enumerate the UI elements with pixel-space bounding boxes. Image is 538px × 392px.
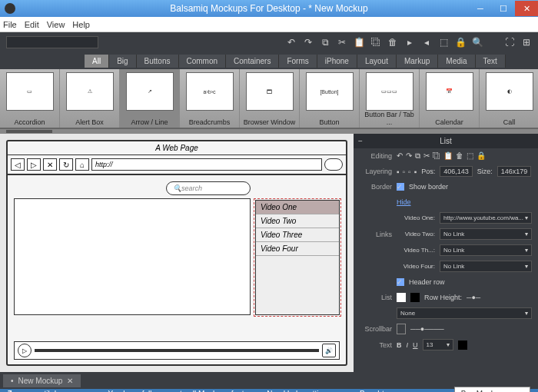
paste-icon[interactable]: 📋 bbox=[443, 151, 453, 161]
redo-icon[interactable]: ↷ bbox=[303, 37, 314, 48]
header-row-checkbox[interactable]: ✓ bbox=[397, 278, 404, 286]
list-item[interactable]: Video Four bbox=[256, 242, 339, 256]
menu-view[interactable]: View bbox=[47, 20, 65, 29]
library-item[interactable]: ▭▭▭Button Bar / Tab ... bbox=[360, 69, 420, 128]
underline-button[interactable]: U bbox=[413, 341, 418, 349]
library-item[interactable]: a›b›cBreadcrumbs bbox=[180, 69, 240, 128]
link-select[interactable]: No Link▾ bbox=[440, 228, 532, 240]
lock-icon[interactable]: 🔒 bbox=[455, 37, 466, 48]
close-tab-icon[interactable]: ✕ bbox=[67, 377, 73, 385]
nav-back-icon[interactable]: ◁ bbox=[11, 158, 25, 171]
link-select[interactable]: No Link▾ bbox=[440, 261, 532, 272]
library-item[interactable]: [Button]Button bbox=[300, 69, 360, 128]
cut-icon[interactable]: ✂ bbox=[423, 151, 430, 161]
document-tab[interactable]: • New Mockup ✕ bbox=[3, 374, 81, 387]
color-swatch-1[interactable] bbox=[397, 293, 406, 302]
variant-select[interactable]: None▾ bbox=[397, 307, 532, 319]
content-box[interactable] bbox=[14, 198, 251, 315]
text-color-swatch[interactable] bbox=[458, 341, 467, 350]
nav-refresh-icon[interactable]: ↻ bbox=[59, 158, 73, 171]
link-select[interactable]: No Link▾ bbox=[440, 244, 532, 256]
category-tab-layout[interactable]: Layout bbox=[357, 55, 397, 68]
library-label: Breadcrumbs bbox=[189, 118, 231, 126]
row-height-slider[interactable]: ─●─ bbox=[467, 294, 480, 301]
show-border-checkbox[interactable]: ✓ bbox=[397, 183, 404, 191]
minimize-panel-icon[interactable]: − bbox=[358, 137, 363, 145]
paste-icon[interactable]: 📋 bbox=[354, 37, 364, 48]
buy-button[interactable]: Buy Mockups now! bbox=[454, 387, 530, 392]
copy-icon[interactable]: ⧉ bbox=[320, 37, 330, 48]
library-item[interactable]: 📅Calendar bbox=[420, 69, 480, 128]
list-item[interactable]: Video Three bbox=[256, 228, 339, 242]
group-icon[interactable]: ⬚ bbox=[438, 37, 449, 48]
category-tab-big[interactable]: Big bbox=[109, 55, 136, 68]
redo-icon[interactable]: ↷ bbox=[406, 151, 412, 161]
send-backward-icon[interactable]: ▫ bbox=[408, 168, 411, 176]
undo-icon[interactable]: ↶ bbox=[286, 37, 297, 48]
category-tab-containers[interactable]: Containers bbox=[226, 55, 279, 68]
hide-link[interactable]: Hide bbox=[397, 198, 411, 206]
library-item[interactable]: 🗔Browser Window bbox=[240, 69, 300, 128]
category-tab-text[interactable]: Text bbox=[476, 55, 506, 68]
send-back-icon[interactable]: ▪ bbox=[414, 168, 417, 176]
page-title: A Web Page bbox=[8, 141, 346, 155]
category-tab-media[interactable]: Media bbox=[438, 55, 475, 68]
font-size-select[interactable]: 13▾ bbox=[423, 339, 453, 350]
list-widget[interactable]: Video OneVideo TwoVideo ThreeVideo Four bbox=[255, 200, 340, 315]
lock-icon[interactable]: 🔒 bbox=[477, 151, 486, 161]
progress-track[interactable] bbox=[35, 349, 319, 352]
delete-icon[interactable]: 🗑 bbox=[387, 37, 398, 48]
color-swatch-2[interactable] bbox=[410, 293, 420, 302]
undo-icon[interactable]: ↶ bbox=[397, 151, 403, 161]
scrollbar-label: Scrollbar bbox=[360, 325, 392, 333]
scrollbar-slider[interactable]: ──●──── bbox=[410, 325, 444, 333]
category-tab-buttons[interactable]: Buttons bbox=[137, 55, 179, 68]
copy-icon[interactable]: ⿻ bbox=[433, 151, 440, 161]
category-tab-forms[interactable]: Forms bbox=[279, 55, 317, 68]
link-select[interactable]: http://www.youtube.com/wa...▾ bbox=[440, 212, 532, 224]
duplicate-icon[interactable]: ⧉ bbox=[415, 151, 420, 161]
list-item[interactable]: Video One bbox=[256, 201, 339, 214]
close-button[interactable]: ✕ bbox=[515, 1, 538, 16]
list-item[interactable]: Video Two bbox=[256, 214, 339, 228]
zoom-icon[interactable]: 🔍 bbox=[472, 37, 483, 48]
nav-forward-icon[interactable]: ▷ bbox=[27, 158, 41, 171]
canvas[interactable]: A Web Page ◁ ▷ ✕ ↻ ⌂ http:// 🔍 search Vi… bbox=[0, 134, 354, 372]
library-item[interactable]: ↗Arrow / Line bbox=[120, 69, 180, 128]
nav-stop-icon[interactable]: ✕ bbox=[43, 158, 57, 171]
quick-add-input[interactable] bbox=[6, 36, 98, 48]
volume-icon[interactable]: 🔊 bbox=[322, 344, 336, 357]
back-icon[interactable]: ◂ bbox=[421, 37, 432, 48]
bring-front-icon[interactable]: ▪ bbox=[397, 168, 400, 176]
maximize-button[interactable]: ☐ bbox=[492, 1, 515, 16]
category-tab-iphone[interactable]: iPhone bbox=[317, 55, 357, 68]
group-icon[interactable]: ⬚ bbox=[467, 151, 473, 161]
library-item[interactable]: ▭Accordion bbox=[0, 69, 60, 128]
duplicate-icon[interactable]: ⿻ bbox=[370, 37, 381, 48]
search-field[interactable]: 🔍 search bbox=[166, 181, 251, 195]
go-button[interactable] bbox=[324, 158, 343, 171]
library-item[interactable]: ⚠Alert Box bbox=[60, 69, 120, 128]
url-field[interactable]: http:// bbox=[91, 158, 322, 171]
cut-icon[interactable]: ✂ bbox=[337, 37, 347, 48]
menu-file[interactable]: File bbox=[3, 20, 17, 29]
fullscreen-icon[interactable]: ⛶ bbox=[504, 37, 515, 48]
library-item[interactable]: ◐Call bbox=[480, 69, 538, 128]
category-tab-all[interactable]: All bbox=[85, 55, 109, 68]
menu-help[interactable]: Help bbox=[72, 20, 90, 29]
scrollbar-toggle[interactable] bbox=[397, 324, 406, 334]
nav-home-icon[interactable]: ⌂ bbox=[75, 158, 89, 171]
play-icon[interactable]: ▷ bbox=[18, 344, 32, 357]
position-field[interactable]: 406,143 bbox=[440, 166, 473, 177]
size-field[interactable]: 146x179 bbox=[497, 166, 532, 177]
category-tab-common[interactable]: Common bbox=[179, 55, 227, 68]
minimize-button[interactable]: ─ bbox=[469, 1, 492, 16]
delete-icon[interactable]: 🗑 bbox=[456, 151, 463, 161]
italic-button[interactable]: I bbox=[407, 341, 409, 349]
bring-forward-icon[interactable]: ▫ bbox=[403, 168, 406, 176]
forward-icon[interactable]: ▸ bbox=[404, 37, 415, 48]
menu-edit[interactable]: Edit bbox=[25, 20, 39, 29]
category-tab-markup[interactable]: Markup bbox=[397, 55, 438, 68]
toggle-panel-icon[interactable]: ⊞ bbox=[521, 37, 532, 48]
bold-button[interactable]: B bbox=[397, 341, 402, 349]
